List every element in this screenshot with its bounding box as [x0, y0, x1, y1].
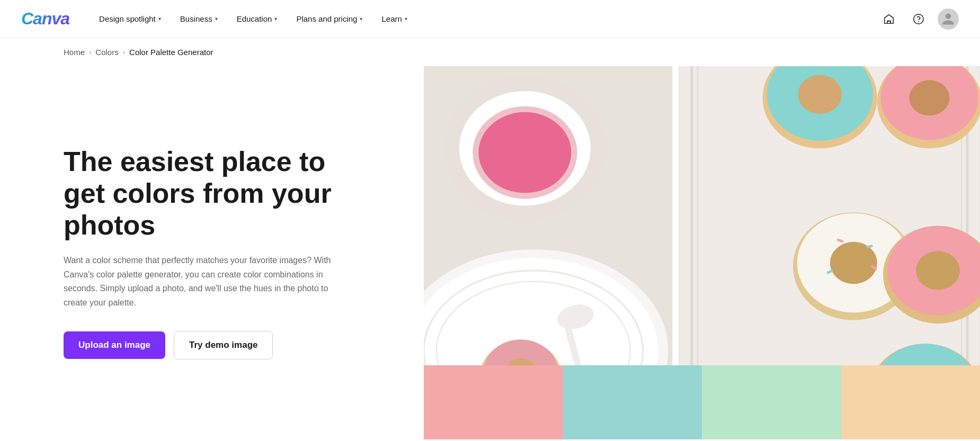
home-icon-button[interactable]: [878, 8, 899, 30]
try-demo-button[interactable]: Try demo image: [174, 331, 273, 359]
breadcrumb: Home › Colors › Color Palette Generator: [0, 38, 980, 66]
button-group: Upload an image Try demo image: [64, 331, 360, 359]
nav-label-learn: Learn: [381, 14, 402, 23]
nav-item-education[interactable]: Education ▾: [228, 10, 286, 28]
nav-item-plans-pricing[interactable]: Plans and pricing ▾: [288, 10, 371, 28]
breadcrumb-colors[interactable]: Colors: [95, 48, 118, 57]
logo[interactable]: Canva: [21, 9, 69, 29]
upload-image-button[interactable]: Upload an image: [64, 331, 165, 359]
breadcrumb-home[interactable]: Home: [64, 48, 85, 57]
breadcrumb-separator-1: ›: [89, 48, 91, 56]
hero-description: Want a color scheme that perfectly match…: [64, 254, 350, 310]
avatar-icon: [941, 12, 955, 26]
swatch-pink: [424, 365, 563, 439]
nav-item-learn[interactable]: Learn ▾: [373, 10, 415, 28]
nav-item-design-spotlight[interactable]: Design spotlight ▾: [91, 10, 170, 28]
user-avatar[interactable]: [938, 8, 959, 30]
svg-point-29: [798, 75, 842, 114]
swatch-teal: [563, 365, 702, 439]
chevron-down-icon: ▾: [158, 16, 161, 22]
color-palette-swatches: [424, 365, 980, 439]
left-panel: The easiest place to get colors from you…: [0, 66, 424, 439]
chevron-down-icon: ▾: [274, 16, 277, 22]
svg-point-10: [478, 112, 571, 193]
chevron-down-icon: ▾: [405, 16, 407, 22]
nav-label-plans-pricing: Plans and pricing: [296, 14, 357, 23]
breadcrumb-current-page: Color Palette Generator: [129, 48, 213, 57]
svg-rect-5: [672, 66, 679, 365]
nav-label-design-spotlight: Design spotlight: [99, 14, 156, 23]
hero-title: The easiest place to get colors from you…: [64, 146, 350, 241]
nav-menu: Design spotlight ▾ Business ▾ Education …: [91, 10, 878, 28]
breadcrumb-separator-2: ›: [123, 48, 125, 56]
nav-label-business: Business: [180, 14, 212, 23]
donut-scene: [424, 66, 980, 365]
chevron-down-icon: ▾: [215, 16, 218, 22]
svg-point-37: [830, 242, 877, 284]
swatch-peach: [841, 365, 981, 439]
hero-image-container: [424, 66, 980, 439]
navbar-right: [878, 8, 959, 30]
swatch-mint: [702, 365, 841, 439]
navbar: Canva Design spotlight ▾ Business ▾ Educ…: [0, 0, 980, 38]
svg-rect-0: [887, 21, 890, 23]
nav-item-business[interactable]: Business ▾: [172, 10, 226, 28]
svg-point-45: [916, 251, 960, 290]
right-panel: [424, 66, 980, 439]
home-icon: [883, 13, 895, 25]
svg-point-33: [909, 80, 949, 115]
help-icon-button[interactable]: [908, 8, 929, 30]
main-content: The easiest place to get colors from you…: [0, 66, 980, 439]
canva-logo-text: Canva: [21, 9, 69, 28]
donut-image-svg: [424, 66, 980, 365]
chevron-down-icon: ▾: [360, 16, 362, 22]
svg-point-1: [914, 14, 923, 23]
nav-label-education: Education: [237, 14, 272, 23]
question-mark-icon: [913, 13, 924, 25]
